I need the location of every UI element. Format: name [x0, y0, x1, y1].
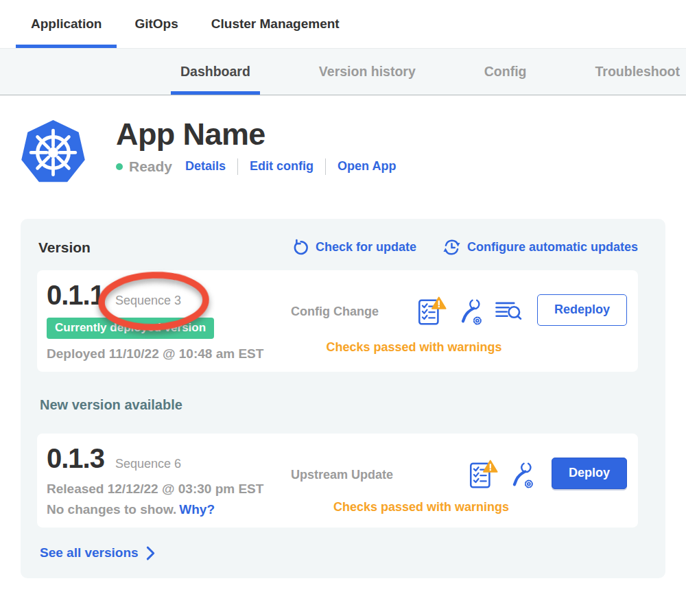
new-checks-status: Checks passed with warnings [291, 500, 552, 514]
version-source-label: Config Change [291, 305, 379, 319]
page-title: App Name [116, 117, 396, 152]
status-dot-icon [116, 163, 123, 170]
configure-automatic-updates-label: Configure automatic updates [467, 240, 638, 254]
details-link[interactable]: Details [185, 159, 226, 174]
deployed-timestamp: Deployed 11/10/22 @ 10:48 am EST [47, 346, 291, 362]
redeploy-button[interactable]: Redeploy [537, 294, 627, 326]
new-version-heading: New version available [40, 397, 638, 413]
tab-gitops[interactable]: GitOps [119, 0, 193, 48]
view-diff-icon-button[interactable] [495, 300, 522, 323]
new-version-number: 0.1.3 [47, 442, 104, 474]
see-all-versions-label: See all versions [40, 545, 139, 560]
check-for-update-link[interactable]: Check for update [292, 239, 416, 257]
tab-config[interactable]: Config [475, 49, 536, 95]
chevron-right-icon [146, 546, 155, 560]
diff-summary: No changes to show.Why? [47, 502, 291, 517]
version-card: Version Check for update Configure a [21, 219, 665, 578]
preflight-checks-icon-button[interactable] [417, 296, 447, 328]
app-status-row: Ready Details Edit config Open App [116, 158, 396, 175]
refresh-icon [292, 239, 309, 257]
configure-automatic-updates-link[interactable]: Configure automatic updates [442, 238, 638, 257]
version-card-title: Version [38, 239, 265, 256]
config-values-icon-button[interactable] [457, 297, 485, 327]
diff-view-icon [495, 300, 522, 323]
currently-deployed-badge: Currently deployed version [47, 318, 214, 339]
released-timestamp: Released 12/12/22 @ 03:30 pm EST [47, 482, 291, 497]
app-sub-nav: Dashboard Version history Config Trouble… [0, 48, 686, 95]
wrench-gear-icon [508, 460, 536, 490]
current-version-row: 0.1.1 Sequence 3 Currently deployed vers… [37, 270, 638, 372]
current-version-number: 0.1.1 [47, 279, 104, 311]
config-values-icon-button[interactable] [508, 460, 536, 490]
tab-application[interactable]: Application [16, 0, 117, 48]
preflight-checks-icon-button[interactable] [469, 459, 498, 491]
current-checks-status: Checks passed with warnings [291, 340, 537, 355]
no-changes-label: No changes to show. [47, 502, 176, 517]
app-header: App Name Ready Details Edit config Open … [21, 116, 686, 187]
auto-update-icon [442, 238, 461, 257]
tab-troubleshoot[interactable]: Troubleshoot [585, 49, 686, 95]
preflight-checklist-icon [469, 459, 498, 491]
version-source-label: Upstream Update [291, 468, 393, 482]
edit-config-link[interactable]: Edit config [250, 159, 314, 174]
status-badge: Ready [129, 158, 172, 175]
divider [325, 158, 326, 175]
check-for-update-label: Check for update [316, 240, 416, 254]
current-version-sequence: Sequence 3 [115, 294, 181, 308]
sequence-label: Sequence 3 [115, 294, 181, 307]
see-all-versions-link[interactable]: See all versions [40, 545, 155, 560]
tab-dashboard[interactable]: Dashboard [171, 49, 260, 95]
preflight-checklist-icon [417, 296, 447, 328]
divider [237, 158, 238, 175]
new-version-sequence: Sequence 6 [115, 457, 181, 471]
top-nav: Application GitOps Cluster Management [0, 0, 686, 48]
tab-version-history[interactable]: Version history [309, 49, 425, 95]
deploy-button[interactable]: Deploy [552, 458, 627, 489]
new-version-row: 0.1.3 Sequence 6 Released 12/12/22 @ 03:… [37, 434, 638, 528]
wrench-gear-icon [457, 297, 485, 327]
open-app-link[interactable]: Open App [338, 159, 396, 174]
kubernetes-logo-icon [21, 116, 86, 187]
why-link[interactable]: Why? [179, 502, 215, 517]
tab-cluster-management[interactable]: Cluster Management [196, 0, 355, 48]
